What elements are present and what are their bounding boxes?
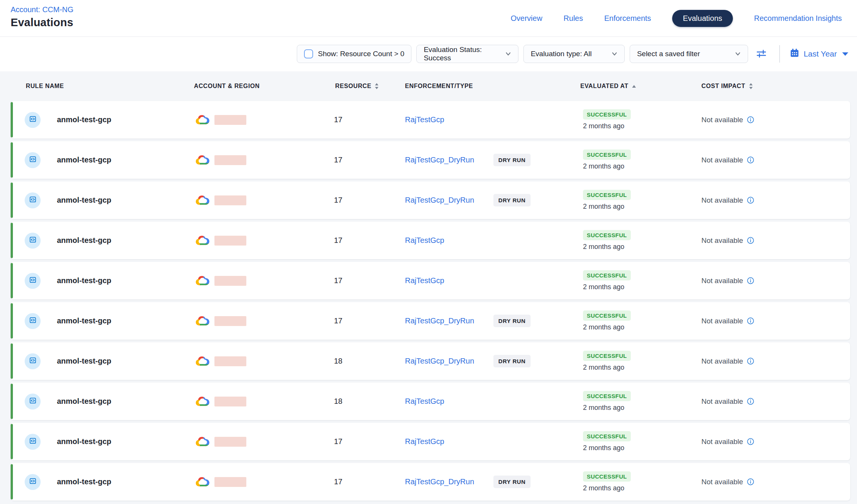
evaluated-time: 2 months ago (583, 404, 624, 412)
table-row[interactable]: anmol-test-gcp 17 (11, 302, 850, 340)
row-status-accent-bar (11, 424, 13, 459)
dry-run-badge: DRY RUN (493, 342, 531, 380)
redacted-account-region (214, 155, 246, 165)
filter-settings-button[interactable] (753, 47, 770, 61)
gcp-cloud-icon (195, 101, 210, 139)
info-icon[interactable] (747, 277, 755, 285)
evaluation-status: SUCCESSFUL 2 months ago (583, 463, 631, 501)
info-icon[interactable] (747, 478, 755, 486)
col-header-resource[interactable]: RESOURCE (335, 71, 379, 101)
saved-filter-dropdown[interactable]: Select a saved filter (630, 45, 748, 63)
tab-recommendation-insights[interactable]: Recommendation Insights (754, 14, 842, 23)
info-icon[interactable] (747, 236, 755, 244)
rule-avatar (25, 423, 41, 460)
info-icon[interactable] (747, 357, 755, 365)
evaluated-time: 2 months ago (583, 484, 624, 492)
redacted-account-region (214, 316, 246, 326)
dry-run-badge: DRY RUN (493, 181, 531, 219)
evaluation-status: SUCCESSFUL 2 months ago (583, 101, 631, 139)
redacted-account-region (214, 477, 246, 487)
rule-avatar (25, 262, 41, 299)
table-row[interactable]: anmol-test-gcp 17 (11, 181, 850, 219)
enforcement-link[interactable]: RajTestGcp (405, 222, 444, 259)
tab-enforcements[interactable]: Enforcements (604, 14, 651, 23)
gcp-cloud-icon (195, 262, 210, 299)
cost-impact: Not available (701, 383, 755, 420)
status-badge: SUCCESSFUL (583, 471, 631, 482)
enforcement-link[interactable]: RajTestGcp (405, 262, 444, 299)
evaluation-status: SUCCESSFUL 2 months ago (583, 302, 631, 340)
gcp-cloud-icon (195, 463, 210, 501)
evaluated-time: 2 months ago (583, 283, 624, 291)
enforcement-link[interactable]: RajTestGcp_DryRun (405, 463, 474, 501)
rule-name: anmol-test-gcp (57, 181, 111, 219)
caret-down-icon (842, 52, 848, 56)
info-icon[interactable] (747, 196, 755, 204)
resource-count: 17 (319, 222, 357, 259)
col-header-cost-impact[interactable]: COST IMPACT (701, 71, 753, 101)
info-icon[interactable] (747, 438, 755, 446)
info-icon[interactable] (747, 156, 755, 164)
tab-evaluations-active[interactable]: Evaluations (672, 10, 733, 27)
evaluation-status-dropdown[interactable]: Evaluation Status: Success (416, 45, 518, 63)
enforcement-link[interactable]: RajTestGcp_DryRun (405, 302, 474, 340)
chevron-down-icon (505, 50, 511, 58)
gcp-cloud-icon (195, 141, 210, 179)
cost-impact: Not available (701, 463, 755, 501)
top-nav: Overview Rules Enforcements Evaluations … (510, 0, 857, 36)
table-row[interactable]: anmol-test-gcp 17 (11, 222, 850, 259)
resource-count: 17 (319, 181, 357, 219)
resource-count-checkbox[interactable] (304, 49, 313, 58)
resource-count-filter[interactable]: Show: Resource Count > 0 (297, 45, 412, 63)
date-range-picker[interactable]: Last Year (789, 48, 848, 60)
tab-rules[interactable]: Rules (564, 14, 583, 23)
dry-run-badge: DRY RUN (493, 463, 531, 501)
evaluated-time: 2 months ago (583, 243, 624, 251)
resource-count: 18 (319, 383, 357, 420)
cost-impact: Not available (701, 423, 755, 460)
table-row[interactable]: anmol-test-gcp 17 (11, 101, 850, 139)
table-row[interactable]: anmol-test-gcp 17 (11, 262, 850, 299)
info-icon[interactable] (747, 317, 755, 325)
table-row[interactable]: anmol-test-gcp 18 (11, 342, 850, 380)
row-status-accent-bar (11, 303, 13, 339)
col-header-enforcement-type[interactable]: ENFORCEMENT/TYPE (405, 71, 473, 101)
evaluation-status: SUCCESSFUL 2 months ago (583, 423, 631, 460)
gcp-cloud-icon (195, 302, 210, 340)
chevron-down-icon (735, 50, 741, 58)
enforcement-link[interactable]: RajTestGcp (405, 101, 444, 139)
info-icon[interactable] (747, 116, 755, 124)
resource-count: 17 (319, 463, 357, 501)
evaluation-status: SUCCESSFUL 2 months ago (583, 141, 631, 179)
col-header-evaluated-at[interactable]: EVALUATED AT (580, 71, 636, 101)
table-row[interactable]: anmol-test-gcp 17 (11, 423, 850, 460)
table-row[interactable]: anmol-test-gcp 18 (11, 383, 850, 420)
cost-impact: Not available (701, 342, 755, 380)
redacted-account-region (214, 437, 246, 447)
info-icon[interactable] (747, 397, 755, 405)
evaluation-status: SUCCESSFUL 2 months ago (583, 383, 631, 420)
table-row[interactable]: anmol-test-gcp 17 (11, 141, 850, 179)
enforcement-link[interactable]: RajTestGcp_DryRun (405, 342, 474, 380)
redacted-account-region (214, 236, 246, 246)
tab-overview[interactable]: Overview (510, 14, 542, 23)
evaluated-time: 2 months ago (583, 323, 624, 331)
status-badge: SUCCESSFUL (583, 230, 631, 240)
enforcement-link[interactable]: RajTestGcp (405, 383, 444, 420)
table-row[interactable]: anmol-test-gcp 17 (11, 463, 850, 501)
enforcement-link[interactable]: RajTestGcp_DryRun (405, 141, 474, 179)
dry-run-badge: DRY RUN (493, 141, 531, 179)
col-header-account-region[interactable]: ACCOUNT & REGION (194, 71, 260, 101)
evaluation-type-dropdown[interactable]: Evaluation type: All (523, 45, 625, 63)
gcp-cloud-icon (195, 383, 210, 420)
rule-avatar (25, 222, 41, 259)
col-header-rule-name[interactable]: RULE NAME (26, 71, 64, 101)
sliders-icon (755, 47, 767, 61)
account-breadcrumb[interactable]: Account: CCM-NG (11, 5, 74, 14)
sort-ascending-icon (632, 84, 636, 88)
enforcement-link[interactable]: RajTestGcp (405, 423, 444, 460)
enforcement-link[interactable]: RajTestGcp_DryRun (405, 181, 474, 219)
evaluation-status: SUCCESSFUL 2 months ago (583, 342, 631, 380)
evaluation-status: SUCCESSFUL 2 months ago (583, 222, 631, 259)
date-range-value: Last Year (803, 49, 837, 58)
